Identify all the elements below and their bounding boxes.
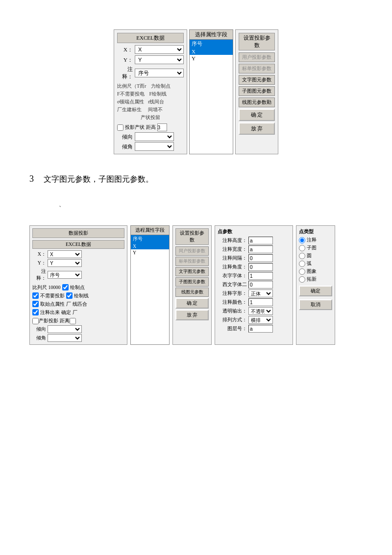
bl-start-attr-cb[interactable] (32, 301, 39, 307)
bs-sub-elem-btn[interactable]: 子图图元参数 (175, 277, 209, 287)
pp-angle-row: 注释角度： (218, 263, 290, 271)
pt-expand-radio[interactable] (299, 276, 305, 283)
bl-tilt-angle-select[interactable] (48, 334, 82, 342)
attr-item-xuhao-top[interactable]: 序号 (190, 40, 233, 48)
tilt-select-top[interactable] (135, 132, 174, 141)
projection-value-top[interactable] (157, 123, 167, 131)
pt-annotation-radio[interactable] (299, 237, 305, 243)
pt-arc-radio[interactable] (299, 261, 305, 267)
pp-font1-label: 衣字字体： (218, 272, 247, 279)
page-content: EXCEL数据 X： X Y： Y 注释： 序号 (29, 20, 363, 345)
bl-note-out-label: 注释出来 (40, 308, 60, 316)
bl-check-row4: 注释出来 确定 厂 (32, 308, 124, 316)
pp-font1-row: 衣字字体： (218, 272, 290, 280)
data-projection-panel: 数据投影 EXCEL数据 X： X Y： Y 注释： 序号 (29, 225, 127, 345)
pp-style-select[interactable]: 正体 (248, 290, 273, 297)
pp-interval-input[interactable] (248, 254, 273, 262)
section3-text: 文字图元参数，子图图元参数。 (44, 174, 153, 185)
sub-elem-btn-top[interactable]: 子图图元参数 (239, 86, 275, 96)
pp-angle-input[interactable] (248, 263, 273, 271)
pp-font2-input[interactable] (248, 281, 273, 289)
pp-font2-row: 西文字体二 (218, 281, 290, 289)
pp-layer-row: 图层号： (218, 325, 290, 333)
attr-list-top: 序号 X Y (190, 40, 233, 62)
confirm-btn-top[interactable]: 确 定 (239, 109, 275, 121)
bs-single-proj-btn[interactable]: 标单投影参数 (175, 257, 209, 266)
x-select-top[interactable]: X (135, 45, 184, 54)
bs-user-proj-btn[interactable]: 同户投影参数 (175, 246, 209, 256)
bs-text-elem-btn[interactable]: 文字图元参数 (175, 267, 209, 276)
pp-height-input[interactable] (248, 237, 273, 244)
section3-area: 3 文字图元参数，子图图元参数。 (29, 174, 363, 185)
bl-y-select[interactable]: Y (48, 259, 82, 267)
bl-x-select[interactable]: X (48, 250, 82, 258)
pt-circle-row: 圆 (299, 252, 332, 259)
point-type-panel: 点类型 注释 子图 圆 弧 图象 拓新 (296, 225, 335, 345)
note-select-top[interactable]: 序号 (135, 69, 184, 77)
section3-sub: 、 (59, 200, 363, 209)
attr-item-x-top[interactable]: X (190, 48, 233, 55)
bl-tilt-angle-row: 倾角 (32, 334, 124, 342)
pt-subfig-radio[interactable] (299, 245, 305, 251)
bl-draw-point-cb[interactable] (62, 284, 69, 290)
pp-color-row: 注释颜色： (218, 298, 290, 306)
bl-note-label: 注释： (32, 268, 46, 282)
checkbox-section-top: 比例尺（T而r 力绘制点 F不需要投电 F绘制线 σ顿端点属性 r线间台 厂生建… (117, 82, 184, 121)
excel-dialog-top: EXCEL数据 X： X Y： Y 注释： 序号 (114, 29, 187, 154)
y-select-top[interactable]: Y (135, 55, 184, 64)
single-proj-btn-top[interactable]: 标单投影参数 (239, 64, 275, 73)
bottom-attr-y[interactable]: Y (131, 249, 169, 256)
pt-circle-radio[interactable] (299, 253, 305, 259)
pp-layer-input[interactable] (248, 325, 273, 333)
pt-image-radio[interactable] (299, 268, 305, 275)
pp-density-input[interactable] (248, 245, 273, 253)
bottom-settings-title: 设置投影参数 (175, 228, 209, 245)
tilt-row-top: 倾向 (117, 132, 184, 141)
bl-start-attr-label: 取始点属性 (40, 300, 65, 308)
bl-dist-checkbox[interactable] (70, 318, 76, 324)
pt-confirm-btn[interactable]: 确定 (299, 286, 332, 296)
pp-arrange-select[interactable]: 横排 (248, 316, 273, 324)
text-elem-btn-top[interactable]: 文字图元参数 (239, 75, 275, 85)
tilt-label-top: 倾向 (117, 133, 133, 141)
user-proj-btn-top[interactable]: 用户投影参数 (239, 52, 275, 62)
tilt-angle-select-top[interactable] (135, 142, 174, 151)
pp-angle-label: 注释角度： (218, 264, 247, 270)
bl-no-proj-cb[interactable] (32, 292, 39, 299)
projection-label-top: 投影产状 距高 (125, 124, 156, 131)
bl-proj-checkbox[interactable] (32, 318, 39, 324)
x-field-row-top: X： X (117, 45, 184, 54)
bs-confirm-btn[interactable]: 确 定 (175, 298, 209, 309)
bl-note-out-cb[interactable] (32, 309, 39, 315)
pt-expand-label: 拓新 (307, 276, 317, 283)
bl-draw-line-cb[interactable] (66, 292, 73, 299)
projection-checkbox-top[interactable] (117, 124, 123, 131)
tilt-angle-label-top: 倾角 (117, 143, 133, 150)
attr-panel-title-top: 选择属性字段 (190, 30, 233, 40)
bl-tilt-select[interactable] (48, 325, 82, 333)
bl-x-row: X： X (32, 250, 124, 258)
pp-height-label: 注释高度： (218, 237, 247, 244)
pp-transparent-row: 透明输出： 不透明 (218, 307, 290, 315)
pp-font1-input[interactable] (248, 272, 273, 280)
bottom-attr-x[interactable]: X (131, 243, 169, 249)
bs-line-elem-btn[interactable]: 线图元参数 (175, 288, 209, 297)
bl-check-row1: 比列尺 10000 绘制点 (32, 283, 124, 291)
cancel-btn-top[interactable]: 放 弃 (239, 122, 275, 135)
bs-cancel-btn[interactable]: 放 弃 (175, 310, 209, 320)
pt-expand-row: 拓新 (299, 276, 332, 283)
bl-scale-text: 比列尺 10000 (32, 283, 61, 291)
bl-note-select[interactable]: 序号 (48, 271, 82, 279)
pp-color-input[interactable] (248, 298, 273, 306)
pt-cancel-btn[interactable]: 取消 (299, 299, 332, 310)
attr-item-y-top[interactable]: Y (190, 55, 233, 62)
pp-transparent-select[interactable]: 不透明 (248, 307, 273, 315)
bottom-attr-title: 选程属性字段 (131, 226, 169, 235)
bottom-attr-xuhao[interactable]: 序号 (131, 235, 169, 243)
line-elem-btn-top[interactable]: 线图元参数勤 (239, 97, 275, 107)
pp-layer-label: 图层号： (218, 325, 247, 332)
bl-tilt-label: 倾向 (32, 326, 46, 333)
attr-panel-top: 选择属性字段 序号 X Y (189, 29, 233, 154)
pp-density-row: 注释宽度： (218, 245, 290, 253)
note-label-top: 注释： (117, 66, 133, 80)
